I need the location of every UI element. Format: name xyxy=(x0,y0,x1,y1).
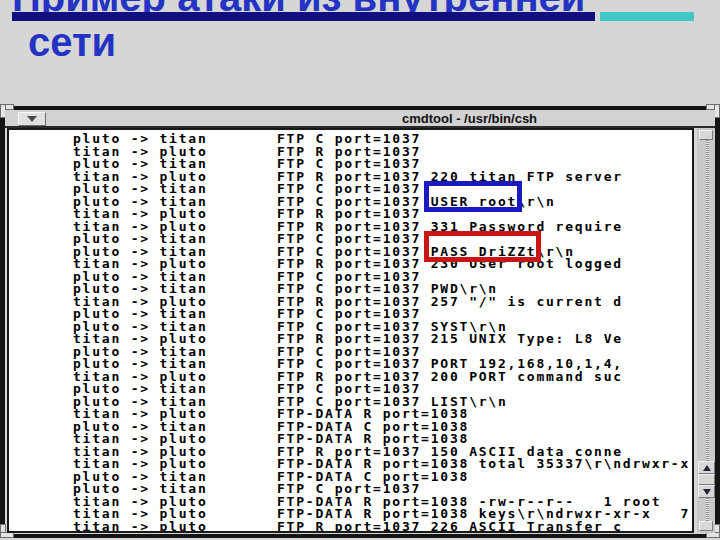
user-highlight-box: USER root xyxy=(431,194,517,209)
title-underline-accent xyxy=(600,12,694,21)
password-highlight-box: PASS DriZZt xyxy=(431,244,537,259)
window-frame-left xyxy=(0,117,5,526)
packet-info: FTP R port=1037 226 ASCII Transfer c xyxy=(277,519,623,534)
window-frame-right xyxy=(715,117,720,526)
scroll-up-button[interactable] xyxy=(698,461,715,474)
triangle-down-icon xyxy=(703,489,711,495)
scrollbar-elevator[interactable] xyxy=(698,461,715,498)
scrollbar-top-anchor[interactable] xyxy=(699,130,713,140)
packet-info-tail: \r\n xyxy=(517,194,555,209)
slide-title-line2: сети xyxy=(28,22,116,62)
window-titlebar: cmdtool - /usr/bin/csh xyxy=(5,110,715,128)
window-menu-button[interactable] xyxy=(18,112,46,126)
window-title: cmdtool - /usr/bin/csh xyxy=(402,111,537,126)
scroll-drag-box[interactable] xyxy=(698,474,715,485)
triangle-up-icon xyxy=(703,465,711,471)
scrollbar-bottom-anchor[interactable] xyxy=(699,521,713,531)
triangle-down-icon xyxy=(27,116,37,122)
packet-hosts: titan -> pluto xyxy=(73,521,277,534)
slide: { "colors": { "background": "#d6d6d6", "… xyxy=(0,0,720,540)
scroll-down-button[interactable] xyxy=(698,485,715,498)
packet-line: titan -> plutoFTP R port=1037 226 ASCII … xyxy=(73,521,692,534)
terminal-lines: pluto -> titanFTP C port=1037titan -> pl… xyxy=(73,133,692,533)
terminal-output[interactable]: pluto -> titanFTP C port=1037titan -> pl… xyxy=(7,128,694,533)
window-frame-bottom xyxy=(12,534,706,538)
